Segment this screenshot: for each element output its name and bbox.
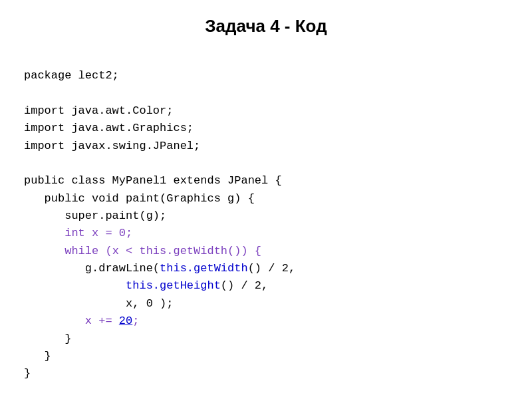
page-title: Задача 4 - Код xyxy=(0,0,532,50)
line-while: while (x < this.getWidth()) { xyxy=(24,245,261,257)
line-imp2: import java.awt.Graphics; xyxy=(24,122,194,134)
line-method: public void paint(Graphics g) { xyxy=(24,192,255,205)
line-close3: } xyxy=(24,367,31,380)
line-super: super.paint(g); xyxy=(24,209,166,222)
line-int: int x = 0; xyxy=(24,227,132,239)
line-close1: } xyxy=(24,332,71,345)
line-class: public class MyPanel1 extends JPanel { xyxy=(24,174,282,187)
line-close2: } xyxy=(24,350,51,362)
line-imp1: import java.awt.Color; xyxy=(24,104,173,117)
line-draw1: g.drawLine(this.getWidth() / 2, xyxy=(24,262,295,275)
code-block: package lect2; import java.awt.Color; im… xyxy=(0,50,532,383)
line-pkg: package lect2; xyxy=(24,69,119,82)
line-draw3: x, 0 ); xyxy=(24,297,173,310)
line-imp3: import javax.swing.JPanel; xyxy=(24,140,200,152)
line-inc: x += 20; xyxy=(24,315,139,327)
line-draw2: this.getHeight() / 2, xyxy=(24,279,268,292)
